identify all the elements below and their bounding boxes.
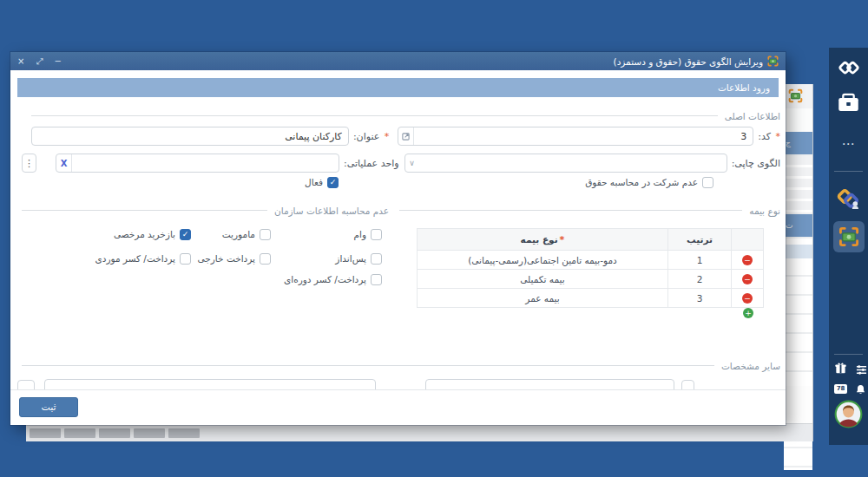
background-toolbar [784, 84, 812, 108]
checkbox-unchecked[interactable] [260, 253, 271, 265]
payroll-money-icon [767, 56, 779, 67]
clipped-checkbox[interactable] [681, 380, 694, 389]
gift-icon[interactable] [834, 362, 847, 378]
brand-knot-icon[interactable] [829, 186, 868, 212]
checkbox-unchecked[interactable] [371, 274, 382, 285]
org-skip-leave-buyback-checkbox[interactable]: ✓ بازخرید مرخصی [114, 228, 191, 240]
title-input[interactable]: کارکنان پیمانی [31, 127, 349, 146]
table-row: − 1 دمو-بیمه تامین اجتماعی(رسمی-پیمانی) [418, 251, 764, 270]
remove-row-icon[interactable]: − [742, 293, 753, 304]
add-row-icon[interactable]: + [743, 308, 753, 318]
insurance-table: ترتیب *نوع بیمه − 1 دمو-بیمه تامین اجتما… [417, 228, 764, 308]
edit-salary-pattern-dialog: × ⤢ − ویرایش الگوی حقوق (حقوق و دستمزد) … [10, 52, 786, 425]
window-title: ویرایش الگوی حقوق (حقوق و دستمزد) [614, 56, 763, 67]
clipped-input[interactable] [44, 379, 376, 389]
org-skip-mission-checkbox[interactable]: ماموریت [222, 228, 271, 240]
section-insurance-type: نوع بیمه [399, 205, 780, 216]
open-lookup-icon[interactable] [398, 127, 414, 145]
checkbox-unchecked[interactable] [180, 253, 191, 265]
section-main-info: اطلاعات اصلی [31, 110, 780, 121]
background-tab [64, 428, 95, 438]
section-divider [31, 115, 718, 116]
right-sidebar: ⋯ 78 [829, 48, 868, 445]
sidebar-divider [834, 354, 863, 355]
chevron-down-icon: ∨ [405, 159, 419, 167]
operational-unit-input[interactable]: X [56, 154, 339, 173]
briefcase-icon[interactable] [829, 91, 868, 114]
form-row-2: الگوی چاپی: ∨ واحد عملیاتی: X [56, 154, 780, 173]
org-skip-periodic-payment-checkbox[interactable]: پرداخت/ کسر دوره‌ای [284, 273, 382, 285]
code-label: * کد: [753, 131, 780, 142]
section-other-specs: سایر مشخصات [22, 360, 780, 371]
no-participation-checkbox[interactable]: عدم شرکت در محاسبه حقوق [585, 176, 713, 188]
remove-row-icon[interactable]: − [742, 274, 753, 284]
sidebar-divider [834, 171, 863, 172]
background-window-footer [26, 423, 812, 441]
operational-unit-label: واحد عملیاتی: [339, 158, 404, 169]
payroll-money-icon [788, 88, 803, 107]
bell-icon[interactable] [855, 382, 866, 399]
clipped-input[interactable] [425, 379, 674, 389]
type-column-header: *نوع بیمه [418, 229, 668, 251]
remove-row-icon[interactable]: − [742, 255, 753, 265]
dialog-titlebar: × ⤢ − ویرایش الگوی حقوق (حقوق و دستمزد) [10, 52, 786, 70]
link-icon[interactable] [829, 55, 868, 81]
org-skip-loan-checkbox[interactable]: وام [354, 228, 383, 240]
ellipsis-icon[interactable]: ⋯ [829, 140, 868, 148]
background-selected-row [784, 245, 812, 258]
minimize-icon[interactable]: − [54, 52, 61, 70]
background-list [784, 156, 812, 214]
active-checkbox[interactable]: ✓ فعال [305, 176, 339, 188]
background-tab [168, 428, 200, 438]
close-icon[interactable]: × [17, 52, 24, 70]
checkbox-unchecked[interactable] [260, 229, 271, 240]
restore-icon[interactable]: ⤢ [36, 52, 43, 70]
clipped-form-row [10, 379, 786, 389]
background-tab [134, 428, 165, 438]
actions-column-header [732, 229, 764, 251]
checkbox-checked[interactable]: ✓ [327, 177, 339, 188]
table-row: − 3 بیمه عمر [418, 289, 764, 308]
background-tab [30, 428, 61, 438]
form-header: ورود اطلاعات [17, 78, 779, 97]
section-org-skip: عدم محاسبه اطلاعات سازمان [22, 205, 389, 216]
table-row: − 2 بیمه تکمیلی [418, 270, 764, 289]
dialog-footer: ثبت [10, 389, 786, 425]
clipped-button[interactable] [17, 380, 35, 389]
org-skip-savings-checkbox[interactable]: پس‌انداز [335, 252, 382, 265]
table-header-row: ترتیب *نوع بیمه [418, 229, 764, 251]
print-pattern-label: الگوی چاپی: [727, 158, 780, 169]
org-skip-external-payment-checkbox[interactable]: پرداخت خارجی [198, 252, 271, 265]
checkbox-unchecked[interactable] [371, 253, 382, 265]
org-skip-case-payment-checkbox[interactable]: پرداخت/ کسر موردی [95, 252, 192, 265]
sliders-icon[interactable] [856, 363, 867, 379]
checkbox-unchecked[interactable] [371, 229, 382, 240]
sidebar-item-payroll-active[interactable] [833, 221, 865, 252]
notification-count-badge[interactable]: 78 [834, 384, 847, 394]
form-row-1: * کد: 3 * عنوان: کارکنان پیمانی [31, 127, 780, 146]
section-divider [22, 365, 714, 366]
more-options-button[interactable]: ⋮ [22, 154, 36, 173]
background-section-bar: ت [784, 214, 812, 237]
submit-button[interactable]: ثبت [19, 397, 78, 417]
code-input[interactable]: 3 [398, 127, 753, 146]
order-column-header: ترتیب [668, 229, 732, 251]
background-panel [784, 108, 812, 132]
background-tab [99, 428, 130, 438]
background-window-edge: ج ت [784, 84, 813, 441]
avatar[interactable] [834, 400, 863, 432]
title-label: * عنوان: [349, 131, 398, 142]
dialog-content: ورود اطلاعات اطلاعات اصلی * کد: 3 [10, 70, 786, 425]
payroll-money-icon [838, 226, 859, 247]
print-pattern-select[interactable]: ∨ [404, 154, 727, 173]
checkbox-checked[interactable]: ✓ [180, 229, 191, 240]
clear-x-icon[interactable]: X [56, 154, 72, 172]
background-section-bar: ج [784, 132, 812, 154]
window-controls: × ⤢ − [17, 52, 62, 70]
checkbox-unchecked[interactable] [702, 177, 713, 188]
section-divider [22, 210, 267, 211]
section-divider [399, 210, 742, 211]
